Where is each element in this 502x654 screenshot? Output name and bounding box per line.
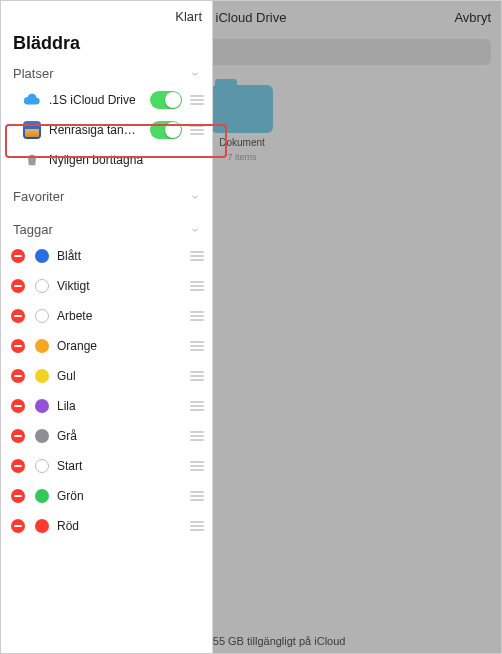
remove-icon[interactable] bbox=[11, 399, 25, 413]
place-label: Nyligen borttagna bbox=[49, 153, 204, 167]
tag-row[interactable]: Orange bbox=[1, 331, 212, 361]
tag-label: Arbete bbox=[57, 309, 182, 323]
section-head-tags[interactable]: Taggar bbox=[1, 218, 212, 241]
drag-handle-icon[interactable] bbox=[190, 491, 204, 501]
section-label: Taggar bbox=[13, 222, 53, 237]
tag-color-icon bbox=[35, 459, 49, 473]
tag-color-icon bbox=[35, 249, 49, 263]
tag-color-icon bbox=[35, 519, 49, 533]
tag-row[interactable]: Viktigt bbox=[1, 271, 212, 301]
section-head-places[interactable]: Platser bbox=[1, 62, 212, 85]
tag-row[interactable]: Grön bbox=[1, 481, 212, 511]
drag-handle-icon[interactable] bbox=[190, 125, 204, 135]
drag-handle-icon[interactable] bbox=[190, 311, 204, 321]
remove-icon[interactable] bbox=[11, 429, 25, 443]
remove-icon[interactable] bbox=[11, 339, 25, 353]
section-places: Platser .1S iCloud Drive Renrasiga tange… bbox=[1, 62, 212, 175]
drag-handle-icon[interactable] bbox=[190, 521, 204, 531]
remove-icon[interactable] bbox=[11, 489, 25, 503]
drag-handle-icon[interactable] bbox=[190, 431, 204, 441]
remove-icon[interactable] bbox=[11, 279, 25, 293]
tag-color-icon bbox=[35, 339, 49, 353]
drag-handle-icon[interactable] bbox=[190, 461, 204, 471]
remove-icon[interactable] bbox=[11, 309, 25, 323]
tag-color-icon bbox=[35, 369, 49, 383]
tag-label: Gul bbox=[57, 369, 182, 383]
tag-color-icon bbox=[35, 399, 49, 413]
trash-icon bbox=[23, 151, 41, 169]
tag-label: Viktigt bbox=[57, 279, 182, 293]
tag-row[interactable]: Lila bbox=[1, 391, 212, 421]
app-icon bbox=[23, 121, 41, 139]
chevron-down-icon bbox=[190, 192, 200, 202]
tag-label: Start bbox=[57, 459, 182, 473]
remove-icon[interactable] bbox=[11, 369, 25, 383]
app-root: iCloud Drive Avbryt Sök Konfigurerare 3 … bbox=[0, 0, 502, 654]
place-label: .1S iCloud Drive bbox=[49, 93, 142, 107]
tag-color-icon bbox=[35, 429, 49, 443]
tag-row[interactable]: Röd bbox=[1, 511, 212, 541]
place-recently-deleted[interactable]: Nyligen borttagna bbox=[1, 145, 212, 175]
tag-row[interactable]: Blått bbox=[1, 241, 212, 271]
place-icloud-drive[interactable]: .1S iCloud Drive bbox=[1, 85, 212, 115]
cloud-icon bbox=[23, 91, 41, 109]
chevron-down-icon bbox=[190, 225, 200, 235]
tag-label: Grå bbox=[57, 429, 182, 443]
tag-label: Lila bbox=[57, 399, 182, 413]
tag-row[interactable]: Start bbox=[1, 451, 212, 481]
tag-label: Blått bbox=[57, 249, 182, 263]
tag-row[interactable]: Grå bbox=[1, 421, 212, 451]
tag-row[interactable]: Arbete bbox=[1, 301, 212, 331]
drag-handle-icon[interactable] bbox=[190, 401, 204, 411]
drag-handle-icon[interactable] bbox=[190, 281, 204, 291]
tag-label: Orange bbox=[57, 339, 182, 353]
section-label: Favoriter bbox=[13, 189, 64, 204]
done-button[interactable]: Klart bbox=[175, 9, 202, 24]
section-head-favorites[interactable]: Favoriter bbox=[1, 185, 212, 208]
section-tags: Taggar BlåttViktigtArbeteOrangeGulLilaGr… bbox=[1, 218, 212, 541]
section-favorites: Favoriter bbox=[1, 185, 212, 208]
chevron-down-icon bbox=[190, 69, 200, 79]
tag-row[interactable]: Gul bbox=[1, 361, 212, 391]
drag-handle-icon[interactable] bbox=[190, 371, 204, 381]
tag-color-icon bbox=[35, 489, 49, 503]
browse-panel: Klart Bläddra Platser .1S iCloud Drive R… bbox=[1, 1, 213, 653]
tag-color-icon bbox=[35, 309, 49, 323]
tag-label: Grön bbox=[57, 489, 182, 503]
tag-color-icon bbox=[35, 279, 49, 293]
toggle-switch[interactable] bbox=[150, 121, 182, 139]
remove-icon[interactable] bbox=[11, 459, 25, 473]
panel-title: Bläddra bbox=[1, 31, 212, 62]
drag-handle-icon[interactable] bbox=[190, 341, 204, 351]
place-renrasiga-tangenter[interactable]: Renrasiga tangenter bbox=[1, 115, 212, 145]
tag-label: Röd bbox=[57, 519, 182, 533]
section-label: Platser bbox=[13, 66, 53, 81]
remove-icon[interactable] bbox=[11, 249, 25, 263]
remove-icon[interactable] bbox=[11, 519, 25, 533]
panel-header: Klart bbox=[1, 1, 212, 31]
toggle-switch[interactable] bbox=[150, 91, 182, 109]
drag-handle-icon[interactable] bbox=[190, 95, 204, 105]
place-label: Renrasiga tangenter bbox=[49, 123, 142, 137]
drag-handle-icon[interactable] bbox=[190, 251, 204, 261]
